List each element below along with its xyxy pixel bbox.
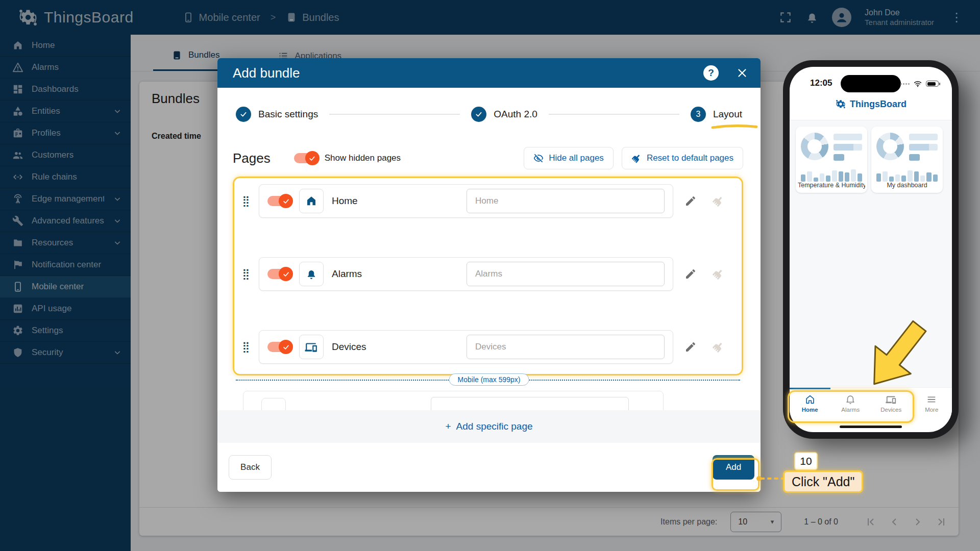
plus-icon: + [445, 421, 451, 432]
step-layout[interactable]: 3 Layout [691, 107, 742, 122]
reset-page-button-disabled[interactable] [708, 268, 728, 280]
step-basic-settings[interactable]: Basic settings [236, 107, 318, 122]
drag-handle-icon[interactable]: ⣿ [239, 268, 252, 280]
dialog-title: Add bundle [233, 65, 300, 81]
tutorial-pages-highlight-box: ⣿ Home ⣿ Alarms ⣿ [233, 177, 743, 375]
edit-page-button[interactable] [680, 268, 701, 280]
step-oauth[interactable]: OAuth 2.0 [471, 107, 537, 122]
cleaning-brush-icon [712, 195, 724, 207]
step-done-check-icon [471, 107, 486, 122]
page-visible-toggle[interactable] [267, 269, 291, 279]
pages-heading: Pages [233, 151, 271, 166]
reset-page-button-disabled[interactable] [708, 195, 728, 207]
page-label-input[interactable] [467, 335, 665, 359]
page-label-input[interactable] [467, 189, 665, 213]
toggle-check-icon [279, 340, 293, 354]
dialog-footer: Back Add [217, 443, 761, 492]
page-icon-button[interactable] [299, 189, 324, 213]
page-row-alarms: ⣿ Alarms [239, 257, 737, 291]
add-specific-page-button[interactable]: + Add specific page [217, 410, 761, 443]
devices-icon [305, 340, 318, 354]
bell-icon [305, 268, 317, 280]
page-visible-toggle[interactable] [267, 196, 291, 206]
page-label-input[interactable] [467, 262, 665, 286]
add-button[interactable]: Add [713, 455, 754, 480]
mobile-breakpoint-chip: Mobile (max 599px) [449, 373, 529, 386]
toggle-check-icon [279, 194, 293, 208]
page-icon-button[interactable] [299, 262, 324, 286]
home-icon [305, 195, 317, 207]
page-row-card: Devices [259, 330, 673, 364]
eye-off-icon [533, 153, 544, 163]
drag-handle-icon[interactable]: ⣿ [239, 195, 252, 207]
help-icon[interactable]: ? [703, 65, 719, 81]
cleaning-brush-icon [712, 341, 724, 353]
page-row-devices: ⣿ Devices [239, 330, 737, 364]
page-name: Alarms [332, 268, 362, 280]
page-name: Devices [332, 341, 366, 353]
page-icon-button[interactable] [299, 335, 324, 359]
pencil-icon [684, 268, 697, 280]
tutorial-underline [711, 124, 758, 129]
pages-header-row: Pages Show hidden pages Hide all pages R… [233, 146, 743, 170]
page-name: Home [332, 195, 358, 207]
show-hidden-pages-label: Show hidden pages [325, 153, 401, 163]
back-button[interactable]: Back [229, 455, 272, 480]
edit-page-button[interactable] [680, 195, 701, 207]
cleaning-brush-icon [631, 153, 642, 163]
dialog-header: Add bundle ? [217, 58, 761, 88]
cleaning-brush-icon [712, 268, 724, 280]
add-bundle-dialog: Add bundle ? Basic settings OAuth 2.0 3 … [217, 58, 761, 492]
pencil-icon [684, 195, 697, 207]
hide-all-pages-button[interactable]: Hide all pages [524, 147, 614, 169]
page-row-card: Alarms [259, 257, 673, 291]
edit-page-button[interactable] [680, 341, 701, 353]
page-row-home: ⣿ Home [239, 184, 737, 218]
pencil-icon [684, 341, 697, 353]
reset-to-default-pages-button[interactable]: Reset to default pages [622, 147, 743, 169]
show-hidden-pages-toggle[interactable] [294, 153, 317, 163]
toggle-check-icon [279, 267, 293, 281]
step-done-check-icon [236, 107, 251, 122]
page-row-card: Home [259, 184, 673, 218]
step-connector [549, 114, 679, 115]
drag-handle-icon[interactable]: ⣿ [239, 341, 252, 353]
step-number: 3 [691, 107, 706, 122]
step-connector [329, 114, 460, 115]
toggle-check-icon [305, 151, 320, 165]
close-icon[interactable] [736, 67, 748, 79]
page-visible-toggle[interactable] [267, 342, 291, 352]
stepper: Basic settings OAuth 2.0 3 Layout [236, 99, 742, 130]
reset-page-button-disabled[interactable] [708, 341, 728, 353]
